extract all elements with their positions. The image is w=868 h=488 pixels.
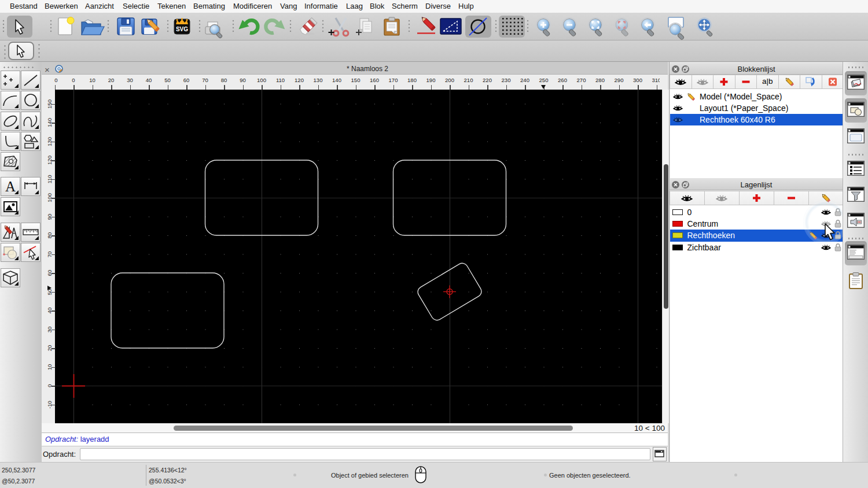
svg-text:SVG: SVG xyxy=(176,26,188,32)
svg-text:A: A xyxy=(5,179,16,194)
